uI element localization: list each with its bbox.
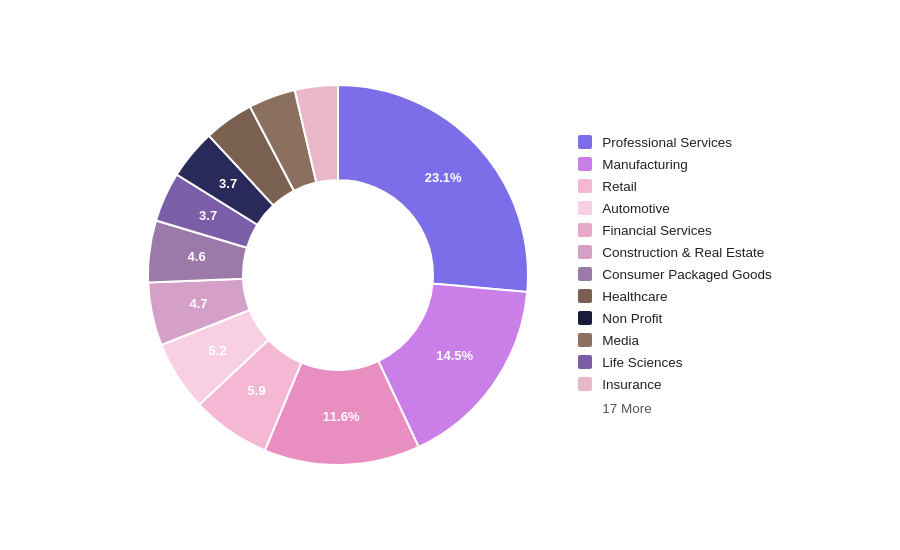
chart-segment-0 [338, 85, 528, 292]
legend-color-4 [578, 223, 592, 237]
legend-item-0: Professional Services [578, 135, 772, 150]
legend-label-8: Non Profit [602, 311, 662, 326]
chart-label-1: 14.5% [436, 348, 473, 363]
main-container: 23.1%14.5%11.6%5.95.24.74.63.73.7 Profes… [0, 0, 900, 550]
legend-color-7 [578, 289, 592, 303]
legend-label-10: Life Sciences [602, 355, 682, 370]
chart-label-7: 3.7 [199, 208, 217, 223]
legend-item-6: Consumer Packaged Goods [578, 267, 772, 282]
chart-label-4: 5.2 [209, 343, 227, 358]
legend-item-8: Non Profit [578, 311, 772, 326]
chart-label-3: 5.9 [248, 383, 266, 398]
legend-label-0: Professional Services [602, 135, 732, 150]
legend-color-11 [578, 377, 592, 391]
legend-item-7: Healthcare [578, 289, 772, 304]
legend-color-10 [578, 355, 592, 369]
legend-color-8 [578, 311, 592, 325]
legend-color-9 [578, 333, 592, 347]
chart-label-6: 4.6 [188, 249, 206, 264]
legend-color-6 [578, 267, 592, 281]
legend-color-5 [578, 245, 592, 259]
legend-item-2: Retail [578, 179, 772, 194]
legend-color-2 [578, 179, 592, 193]
legend-color-0 [578, 135, 592, 149]
legend-item-10: Life Sciences [578, 355, 772, 370]
legend-item-11: Insurance [578, 377, 772, 392]
chart-label-0: 23.1% [425, 170, 462, 185]
chart-label-8: 3.7 [219, 176, 237, 191]
legend-item-3: Automotive [578, 201, 772, 216]
legend-item-1: Manufacturing [578, 157, 772, 172]
legend-label-11: Insurance [602, 377, 661, 392]
donut-chart: 23.1%14.5%11.6%5.95.24.74.63.73.7 [128, 65, 548, 485]
legend-label-1: Manufacturing [602, 157, 688, 172]
legend-label-5: Construction & Real Estate [602, 245, 764, 260]
legend-label-6: Consumer Packaged Goods [602, 267, 772, 282]
legend: Professional ServicesManufacturingRetail… [578, 135, 772, 416]
legend-item-4: Financial Services [578, 223, 772, 238]
legend-item-5: Construction & Real Estate [578, 245, 772, 260]
more-link[interactable]: 17 More [578, 401, 772, 416]
chart-label-2: 11.6% [323, 409, 360, 424]
legend-label-2: Retail [602, 179, 637, 194]
legend-color-3 [578, 201, 592, 215]
legend-label-4: Financial Services [602, 223, 712, 238]
legend-label-3: Automotive [602, 201, 670, 216]
legend-label-9: Media [602, 333, 639, 348]
legend-color-1 [578, 157, 592, 171]
chart-label-5: 4.7 [190, 296, 208, 311]
legend-label-7: Healthcare [602, 289, 667, 304]
legend-item-9: Media [578, 333, 772, 348]
